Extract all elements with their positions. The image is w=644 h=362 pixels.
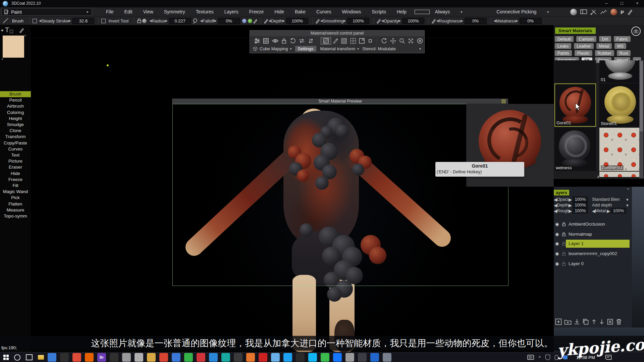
duplicate-icon[interactable] bbox=[582, 318, 589, 325]
tool-curves[interactable]: Curves bbox=[0, 146, 31, 152]
stencil-hatch-selected[interactable] bbox=[321, 37, 331, 45]
taskbar-app-icon[interactable] bbox=[271, 353, 280, 362]
steady-stroke-value[interactable]: 32.6 bbox=[72, 18, 94, 24]
taskbar-app-icon[interactable] bbox=[333, 353, 342, 362]
add-layer-icon[interactable] bbox=[555, 318, 562, 325]
pen-icon[interactable] bbox=[19, 27, 24, 33]
taskbar-app-icon[interactable] bbox=[110, 353, 118, 362]
radius-value[interactable]: 0.227 bbox=[169, 18, 191, 24]
taskbar-app-icon[interactable] bbox=[135, 353, 143, 362]
material-item-01[interactable]: 01 bbox=[599, 60, 641, 83]
spinner-right-icon[interactable]: ▶ bbox=[343, 19, 346, 22]
add-folder-icon[interactable] bbox=[564, 318, 572, 325]
tool-clone[interactable]: Clone bbox=[0, 128, 31, 134]
sliders-icon[interactable] bbox=[254, 38, 260, 44]
taskbar-app-icon[interactable] bbox=[221, 353, 230, 362]
layer-row[interactable]: ◉ AmbientOcclusion bbox=[554, 220, 632, 228]
eye-icon[interactable]: ◉ bbox=[555, 261, 559, 266]
tool-picture[interactable]: Picture bbox=[0, 158, 31, 164]
news-icon[interactable] bbox=[527, 355, 534, 360]
spinner-left-icon[interactable]: ◀ bbox=[381, 19, 384, 22]
always-checkbox[interactable] bbox=[415, 10, 430, 14]
lock-icon[interactable] bbox=[562, 232, 566, 237]
p-tool-icon[interactable]: P bbox=[621, 9, 624, 15]
layer-metal-label[interactable]: Metal bbox=[595, 208, 606, 213]
spinner-right-icon[interactable]: ▶ bbox=[569, 208, 572, 214]
smart-materials-tab[interactable]: Smart Materials bbox=[555, 27, 596, 34]
spinner-left-icon[interactable]: ◀ bbox=[436, 19, 439, 22]
eye-icon[interactable]: ◉ bbox=[555, 241, 559, 246]
activity-chart-icon[interactable] bbox=[600, 9, 607, 15]
close-circle-icon[interactable] bbox=[417, 38, 423, 44]
menu-help[interactable]: Help bbox=[391, 9, 412, 14]
tool-smudge[interactable]: Smudge bbox=[0, 122, 31, 128]
depth-label[interactable]: Depth bbox=[271, 18, 282, 23]
spinner-right-icon[interactable]: ▶ bbox=[516, 19, 518, 22]
materials-scrollbar[interactable] bbox=[639, 60, 643, 178]
materials-scrollbar-thumb[interactable] bbox=[640, 61, 643, 131]
material-item-zombie01[interactable]: Zombie-01 bbox=[599, 128, 641, 171]
tool-copy-paste[interactable]: Copy/Paste bbox=[0, 140, 31, 146]
tray-shield-icon[interactable] bbox=[545, 355, 550, 360]
move-down-icon[interactable] bbox=[599, 318, 604, 325]
taskbar-app-icon[interactable] bbox=[48, 353, 56, 362]
taskbar-app-icon[interactable] bbox=[209, 353, 218, 362]
close-icon[interactable]: × bbox=[627, 187, 629, 191]
spinner-left-icon[interactable]: ◀ bbox=[149, 19, 152, 22]
taskbar-app-icon[interactable] bbox=[197, 353, 205, 362]
tools-icon[interactable] bbox=[590, 9, 597, 15]
eye-icon[interactable]: ◉ bbox=[555, 232, 559, 237]
taskbar-app-icon[interactable] bbox=[345, 353, 354, 362]
viewport-3d[interactable]: Smart Material Preview Material/stencil … bbox=[31, 25, 644, 352]
layers-tab[interactable]: ayers bbox=[554, 190, 569, 195]
tool-coloring[interactable]: Coloring bbox=[0, 110, 31, 116]
menu-view[interactable]: View bbox=[138, 9, 159, 14]
tool-freeze[interactable]: Freeze bbox=[0, 177, 31, 183]
text-tool-icon[interactable]: T bbox=[5, 26, 9, 34]
move-up-icon[interactable] bbox=[591, 318, 597, 325]
spinner-right-icon[interactable]: ▶ bbox=[569, 197, 572, 202]
material-item-partial[interactable] bbox=[599, 172, 641, 177]
opacity-label[interactable]: Opacity bbox=[384, 18, 398, 23]
close-button[interactable]: × bbox=[631, 0, 643, 7]
clear-layer-icon[interactable] bbox=[607, 318, 613, 325]
frame-corner-icon[interactable] bbox=[359, 38, 365, 44]
swap-horizontal-icon[interactable] bbox=[299, 38, 305, 44]
smoothing-label[interactable]: Smoothing bbox=[323, 18, 343, 23]
menu-hide[interactable]: Hide bbox=[269, 9, 289, 14]
spinner-left-icon[interactable]: ◀ bbox=[269, 19, 271, 22]
cube-mapping-dropdown[interactable]: Cube Mapping bbox=[260, 46, 288, 51]
metalness-value[interactable]: 0% bbox=[520, 18, 542, 24]
rotate-ccw-icon[interactable] bbox=[290, 38, 296, 44]
spinner-left-icon[interactable]: ◀ bbox=[39, 19, 41, 22]
color-ball-blue-icon[interactable] bbox=[242, 19, 247, 23]
taskbar-app-icon[interactable] bbox=[370, 353, 379, 362]
tool-airbrush[interactable]: Airbrush bbox=[0, 103, 31, 109]
always-label[interactable]: Always bbox=[430, 9, 455, 14]
material-transform-dropdown[interactable]: Material transform bbox=[320, 46, 356, 51]
menu-curves[interactable]: Curves bbox=[311, 9, 336, 14]
tab-rubber[interactable]: Rubber bbox=[595, 50, 614, 56]
tool-fill[interactable]: Fill bbox=[0, 183, 31, 189]
tool-hide[interactable]: Hide bbox=[0, 171, 31, 177]
roughness-label[interactable]: Roughness bbox=[439, 18, 461, 23]
pencil-icon[interactable] bbox=[333, 38, 338, 44]
spinner-right-icon[interactable]: ▶ bbox=[214, 19, 217, 22]
layer-depth-label[interactable]: Depth bbox=[557, 202, 569, 207]
tool-height[interactable]: Height bbox=[0, 116, 31, 122]
pan-icon[interactable] bbox=[408, 38, 414, 44]
grid-icon[interactable] bbox=[263, 38, 269, 44]
taskbar-app-icon[interactable] bbox=[383, 353, 391, 362]
menu-layers[interactable]: Layers bbox=[219, 9, 244, 14]
swap-vertical-icon[interactable] bbox=[308, 38, 314, 44]
menu-bake[interactable]: Bake bbox=[289, 9, 311, 14]
metalness-label[interactable]: Metalness bbox=[496, 18, 516, 23]
roughness-value[interactable]: 0% bbox=[465, 18, 487, 24]
tool-transform[interactable]: Transform bbox=[0, 134, 31, 140]
spinner-right-icon[interactable]: ▶ bbox=[607, 208, 610, 214]
eye-icon[interactable]: ◉ bbox=[555, 222, 559, 227]
lock-icon[interactable] bbox=[562, 261, 566, 266]
pin-icon[interactable] bbox=[502, 100, 505, 103]
tab-ms[interactable]: MS bbox=[614, 43, 626, 49]
material-item-stone01[interactable]: Stone01 bbox=[599, 83, 641, 127]
